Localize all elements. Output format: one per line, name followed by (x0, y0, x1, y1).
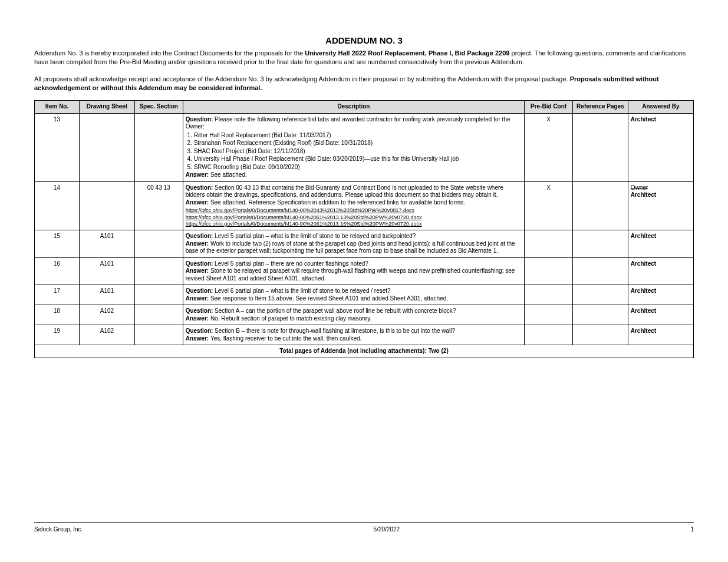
cell-drawing: A101 (80, 257, 135, 285)
cell-item: 19 (35, 325, 80, 345)
table-header-row: Item No. Drawing Sheet Spec. Section Des… (35, 101, 694, 114)
table-row: 17A101Question: Level 6 partial plan – w… (35, 285, 694, 305)
cell-spec (134, 325, 183, 345)
cell-item: 14 (35, 181, 80, 230)
cell-ref (573, 113, 628, 181)
th-prebid: Pre-Bid Conf (525, 101, 573, 114)
cell-spec (134, 230, 183, 258)
th-item: Item No. (35, 101, 80, 114)
cell-answered-by: Architect (628, 305, 693, 325)
cell-spec (134, 113, 183, 181)
cell-drawing: A101 (80, 285, 135, 305)
cell-prebid: X (525, 181, 573, 230)
cell-description: Question: Level 5 partial plan – there a… (183, 257, 525, 285)
cell-item: 15 (35, 230, 80, 258)
cell-item: 13 (35, 113, 80, 181)
cell-answered-by: OwnerArchitect (628, 181, 693, 230)
table-row: 13Question: Please note the following re… (35, 113, 694, 181)
reference-link[interactable]: https://ofcc.ohio.gov/Portals/0/Document… (186, 221, 422, 227)
th-drawing: Drawing Sheet (80, 101, 135, 114)
cell-answered-by: Architect (628, 257, 693, 285)
cell-ref (573, 257, 628, 285)
cell-description: Question: Section A – can the portion of… (183, 305, 525, 325)
reference-link[interactable]: https://ofcc.ohio.gov/Portals/0/Document… (186, 207, 414, 213)
total-label: Total pages of Addenda (not including at… (35, 345, 694, 358)
preamble-2: All proposers shall acknowledge receipt … (34, 75, 694, 92)
total-row: Total pages of Addenda (not including at… (35, 345, 694, 358)
cell-ref (573, 325, 628, 345)
cell-prebid (525, 325, 573, 345)
cell-spec (134, 257, 183, 285)
preamble-1: Addendum No. 3 is hereby incorporated in… (34, 49, 694, 67)
cell-description: Question: Please note the following refe… (183, 113, 525, 181)
cell-drawing: A102 (80, 325, 135, 345)
cell-prebid (525, 285, 573, 305)
footer-center: 5/20/2022 (374, 526, 400, 533)
th-desc: Description (183, 101, 525, 114)
cell-ref (573, 230, 628, 258)
th-ans: Answered By (628, 101, 693, 114)
table-row: 1400 43 13Question: Section 00 43 13 tha… (35, 181, 694, 230)
preamble-2a: All proposers shall acknowledge receipt … (34, 75, 570, 82)
cell-answered-by: Architect (628, 113, 693, 181)
cell-spec (134, 285, 183, 305)
cell-ref (573, 305, 628, 325)
cell-description: Question: Section 00 43 13 that contains… (183, 181, 525, 230)
cell-answered-by: Architect (628, 325, 693, 345)
table-row: 15A101Question: Level 5 partial plan – w… (35, 230, 694, 258)
cell-prebid: X (525, 113, 573, 181)
cell-description: Question: Section B – there is note for … (183, 325, 525, 345)
cell-description: Question: Level 6 partial plan – what is… (183, 285, 525, 305)
cell-ref (573, 181, 628, 230)
page-title: ADDENDUM NO. 3 (34, 35, 694, 45)
th-ref: Reference Pages (573, 101, 628, 114)
page-footer: Sidock Group, Inc. 5/20/2022 1 (34, 522, 694, 533)
project-name: University Hall 2022 Roof Replacement, P… (305, 49, 511, 57)
preamble-1a: Addendum No. 3 is hereby incorporated in… (34, 49, 305, 57)
cell-prebid (525, 305, 573, 325)
cell-drawing: A102 (80, 305, 135, 325)
table-row: 19A102Question: Section B – there is not… (35, 325, 694, 345)
cell-item: 16 (35, 257, 80, 285)
footer-right: 1 (690, 526, 694, 533)
cell-description: Question: Level 5 partial plan – what is… (183, 230, 525, 258)
cell-item: 18 (35, 305, 80, 325)
addendum-table: Item No. Drawing Sheet Spec. Section Des… (34, 100, 694, 358)
cell-drawing: A101 (80, 230, 135, 258)
cell-answered-by: Architect (628, 230, 693, 258)
cell-spec: 00 43 13 (134, 181, 183, 230)
table-row: 18A102Question: Section A – can the port… (35, 305, 694, 325)
cell-spec (134, 305, 183, 325)
cell-item: 17 (35, 285, 80, 305)
cell-prebid (525, 257, 573, 285)
reference-link[interactable]: https://ofcc.ohio.gov/Portals/0/Document… (186, 214, 422, 220)
cell-answered-by: Architect (628, 285, 693, 305)
th-spec: Spec. Section (134, 101, 183, 114)
cell-prebid (525, 230, 573, 258)
cell-drawing (80, 113, 135, 181)
cell-drawing (80, 181, 135, 230)
table-row: 16A101Question: Level 5 partial plan – t… (35, 257, 694, 285)
footer-left: Sidock Group, Inc. (34, 526, 83, 533)
cell-ref (573, 285, 628, 305)
